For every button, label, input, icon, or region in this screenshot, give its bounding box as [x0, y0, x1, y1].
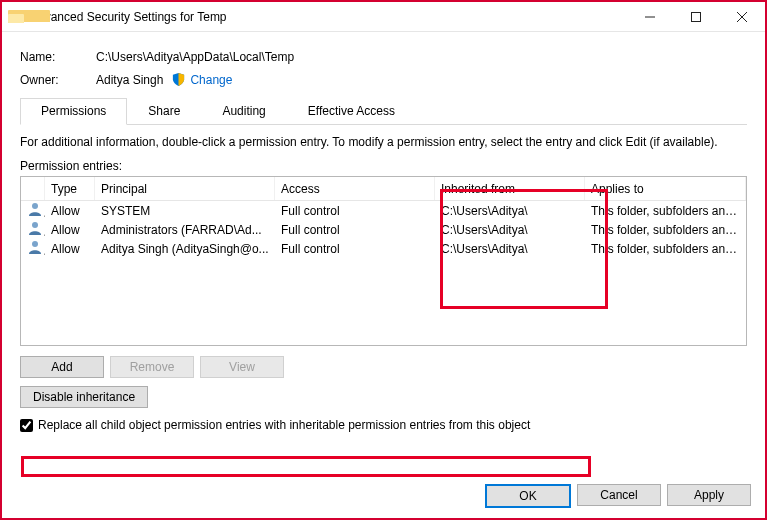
- owner-value: Aditya Singh: [96, 73, 163, 87]
- highlight-checkbox: [21, 456, 591, 477]
- cell-applies: This folder, subfolders and files: [585, 223, 746, 237]
- cell-applies: This folder, subfolders and files: [585, 242, 746, 256]
- tab-auditing[interactable]: Auditing: [201, 98, 286, 125]
- cell-access: Full control: [275, 242, 435, 256]
- table-row[interactable]: AllowAdministrators (FARRAD\Ad...Full co…: [21, 220, 746, 239]
- replace-children-label: Replace all child object permission entr…: [38, 418, 530, 432]
- col-type[interactable]: Type: [45, 177, 95, 200]
- svg-point-4: [32, 203, 38, 209]
- disable-inheritance-button[interactable]: Disable inheritance: [20, 386, 148, 408]
- table-row[interactable]: AllowAditya Singh (AdityaSingh@o...Full …: [21, 239, 746, 258]
- tab-effective-access[interactable]: Effective Access: [287, 98, 416, 125]
- person-icon: [21, 239, 45, 258]
- name-row: Name: C:\Users\Aditya\AppData\Local\Temp: [20, 50, 747, 64]
- shield-icon: [171, 72, 186, 87]
- col-inherited[interactable]: Inherited from: [435, 177, 585, 200]
- table-row[interactable]: AllowSYSTEMFull controlC:\Users\Aditya\T…: [21, 201, 746, 220]
- replace-children-checkbox[interactable]: [20, 419, 33, 432]
- ok-button[interactable]: OK: [485, 484, 571, 508]
- col-principal[interactable]: Principal: [95, 177, 275, 200]
- view-button: View: [200, 356, 284, 378]
- owner-row: Owner: Aditya Singh Change: [20, 72, 747, 87]
- add-button[interactable]: Add: [20, 356, 104, 378]
- titlebar: Advanced Security Settings for Temp: [2, 2, 765, 32]
- cell-principal: Aditya Singh (AdityaSingh@o...: [95, 242, 275, 256]
- apply-button[interactable]: Apply: [667, 484, 751, 506]
- cell-applies: This folder, subfolders and files: [585, 204, 746, 218]
- cell-access: Full control: [275, 223, 435, 237]
- person-icon: [21, 220, 45, 239]
- tab-permissions[interactable]: Permissions: [20, 98, 127, 125]
- permission-grid[interactable]: Type Principal Access Inherited from App…: [20, 176, 747, 346]
- entries-label: Permission entries:: [20, 159, 747, 173]
- cell-access: Full control: [275, 204, 435, 218]
- svg-rect-1: [692, 12, 701, 21]
- cell-inherited: C:\Users\Aditya\: [435, 242, 585, 256]
- info-text: For additional information, double-click…: [20, 135, 747, 149]
- name-label: Name:: [20, 50, 96, 64]
- window-title: Advanced Security Settings for Temp: [30, 10, 627, 24]
- svg-point-5: [32, 222, 38, 228]
- col-applies[interactable]: Applies to: [585, 177, 746, 200]
- cell-type: Allow: [45, 242, 95, 256]
- tab-bar: Permissions Share Auditing Effective Acc…: [20, 97, 747, 125]
- grid-header: Type Principal Access Inherited from App…: [21, 177, 746, 201]
- cell-principal: SYSTEM: [95, 204, 275, 218]
- close-button[interactable]: [719, 2, 765, 31]
- name-value: C:\Users\Aditya\AppData\Local\Temp: [96, 50, 294, 64]
- cancel-button[interactable]: Cancel: [577, 484, 661, 506]
- folder-icon: [8, 10, 24, 23]
- person-icon: [21, 201, 45, 220]
- svg-point-6: [32, 241, 38, 247]
- maximize-button[interactable]: [673, 2, 719, 31]
- cell-type: Allow: [45, 223, 95, 237]
- change-owner-link[interactable]: Change: [190, 73, 232, 87]
- owner-label: Owner:: [20, 73, 96, 87]
- cell-type: Allow: [45, 204, 95, 218]
- replace-children-row[interactable]: Replace all child object permission entr…: [20, 418, 747, 432]
- cell-inherited: C:\Users\Aditya\: [435, 223, 585, 237]
- cell-principal: Administrators (FARRAD\Ad...: [95, 223, 275, 237]
- tab-share[interactable]: Share: [127, 98, 201, 125]
- col-access[interactable]: Access: [275, 177, 435, 200]
- remove-button: Remove: [110, 356, 194, 378]
- cell-inherited: C:\Users\Aditya\: [435, 204, 585, 218]
- minimize-button[interactable]: [627, 2, 673, 31]
